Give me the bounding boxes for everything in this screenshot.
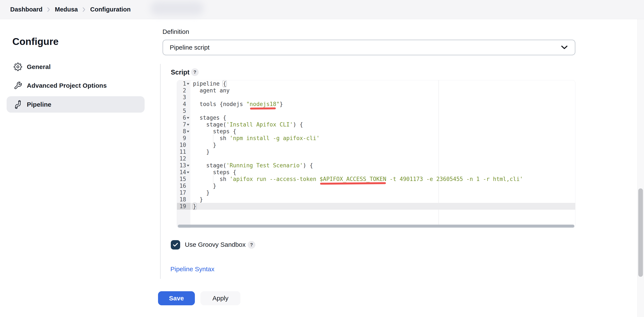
- string-token: 'Install Apifox CLI': [226, 121, 293, 128]
- code-line-text: stage('Running Test Scenario') {: [190, 162, 575, 169]
- breadcrumb: DashboardMedusaConfiguration: [10, 0, 131, 19]
- code-token: tools {nodejs: [193, 101, 246, 107]
- code-line[interactable]: 13 stage('Running Test Scenario') {: [177, 162, 575, 169]
- code-line[interactable]: 19}: [177, 203, 575, 210]
- fold-caret-icon[interactable]: [187, 83, 189, 85]
- sidebar-item-label: Pipeline: [27, 101, 51, 108]
- gutter-line-number: 3: [177, 94, 190, 101]
- checkmark-icon: [172, 242, 178, 248]
- code-line-text: }: [190, 203, 575, 210]
- breadcrumb-item[interactable]: Medusa: [55, 6, 78, 13]
- gutter-line-number: 10: [177, 142, 190, 148]
- code-line-text: }: [190, 142, 575, 148]
- code-line[interactable]: 15 sh 'apifox run --access-token $APIFOX…: [177, 176, 575, 182]
- sidebar-item-advanced-project-options[interactable]: Advanced Project Options: [6, 77, 144, 94]
- code-line[interactable]: 14 steps {: [177, 169, 575, 176]
- save-button[interactable]: Save: [158, 291, 195, 305]
- code-token: }: [193, 190, 210, 196]
- breadcrumb-chevron-icon: [46, 6, 51, 13]
- code-line-text: [190, 108, 575, 114]
- code-line-text: }: [190, 196, 575, 203]
- pipeline-syntax-link[interactable]: Pipeline Syntax: [170, 266, 214, 273]
- gutter-line-number: 6: [177, 114, 190, 121]
- editor-horizontal-scrollbar[interactable]: [178, 224, 574, 228]
- sandbox-help-button[interactable]: ?: [248, 241, 255, 249]
- code-token: sh: [193, 176, 230, 182]
- fold-caret-icon[interactable]: [187, 124, 189, 126]
- code-line-text: steps {: [190, 128, 575, 135]
- code-line[interactable]: 5: [177, 108, 575, 114]
- code-line[interactable]: 3: [177, 94, 575, 101]
- groovy-sandbox-checkbox[interactable]: [171, 240, 180, 250]
- code-line[interactable]: 4 tools {nodejs "nodejs18"}: [177, 101, 575, 108]
- page-title: Configure: [12, 36, 58, 47]
- code-line-text: stage('Install Apifox CLI') {: [190, 121, 575, 128]
- fold-caret-icon[interactable]: [187, 165, 189, 166]
- code-line[interactable]: 2 agent any: [177, 87, 575, 94]
- gutter-line-number: 7: [177, 121, 190, 128]
- code-token: ) {: [293, 121, 303, 128]
- code-token: pipeline: [193, 80, 223, 87]
- indent-guide: [213, 176, 214, 189]
- code-line[interactable]: 8 steps {: [177, 128, 575, 135]
- code-line-text: [190, 155, 575, 162]
- code-rows: 1pipeline {2 agent any34 tools {nodejs "…: [177, 80, 575, 228]
- definition-label: Definition: [162, 28, 189, 35]
- code-line[interactable]: 9 sh 'npm install -g apifox-cli': [177, 135, 575, 142]
- annotated-token: $APIFOX_ACCESS_TOKEN: [320, 176, 386, 182]
- gutter-line-number: 9: [177, 135, 190, 142]
- blurred-header-item: [150, 1, 204, 15]
- code-line-text: sh 'apifox run --access-token $APIFOX_AC…: [190, 176, 575, 182]
- string-token: -t 4901173 -e 23605455 -n 1 -r html,cli': [386, 176, 523, 182]
- definition-select[interactable]: Pipeline script: [162, 40, 576, 55]
- sidebar-item-label: General: [27, 63, 51, 70]
- code-line[interactable]: 10 }: [177, 142, 575, 148]
- code-token: sh: [193, 135, 230, 141]
- code-token: agent any: [193, 87, 230, 94]
- code-token: steps {: [193, 128, 236, 134]
- code-token: stage(: [193, 162, 226, 168]
- breadcrumb-item[interactable]: Configuration: [90, 6, 130, 13]
- code-token: stage(: [193, 121, 226, 128]
- fold-caret-icon[interactable]: [187, 131, 189, 132]
- page-scrollbar-thumb[interactable]: [638, 188, 643, 277]
- code-line[interactable]: 6 stages {: [177, 114, 575, 121]
- top-header: DashboardMedusaConfiguration: [0, 0, 644, 19]
- breadcrumb-item[interactable]: Dashboard: [10, 6, 42, 13]
- gutter-line-number: 17: [177, 189, 190, 196]
- code-line[interactable]: 12: [177, 155, 575, 162]
- sidebar-item-label: Advanced Project Options: [27, 82, 107, 89]
- pipeline-icon: [14, 100, 22, 109]
- page-scrollbar-track: [638, 19, 644, 317]
- code-line-text: pipeline {: [190, 80, 575, 87]
- gutter-line-number: 18: [177, 196, 190, 203]
- section-divider: [160, 64, 160, 279]
- code-line[interactable]: 11 }: [177, 148, 575, 155]
- sidebar-item-general[interactable]: General: [6, 58, 144, 75]
- chevron-down-icon: [561, 45, 568, 50]
- code-token: }: [193, 148, 210, 155]
- gutter-line-number: 11: [177, 148, 190, 155]
- wrench-icon: [14, 81, 22, 90]
- fold-caret-icon[interactable]: [187, 117, 189, 119]
- code-line[interactable]: 18 }: [177, 196, 575, 203]
- code-line[interactable]: 17 }: [177, 189, 575, 196]
- gutter-line-number: 5: [177, 108, 190, 114]
- string-token: 'apifox run --access-token: [230, 176, 320, 182]
- code-line-text: stages {: [190, 114, 575, 121]
- code-line[interactable]: 7 stage('Install Apifox CLI') {: [177, 121, 575, 128]
- code-line[interactable]: 1pipeline {: [177, 80, 575, 87]
- gutter-line-number: 2: [177, 87, 190, 94]
- fold-caret-icon[interactable]: [187, 172, 189, 173]
- script-help-button[interactable]: ?: [191, 68, 199, 76]
- gutter-line-number: 13: [177, 162, 190, 169]
- code-token: }: [193, 203, 196, 210]
- gear-icon: [14, 62, 22, 71]
- gutter-line-number: 14: [177, 169, 190, 176]
- script-editor[interactable]: 1pipeline {2 agent any34 tools {nodejs "…: [177, 80, 576, 228]
- sidebar-item-pipeline[interactable]: Pipeline: [6, 96, 144, 112]
- code-token: }: [193, 196, 203, 203]
- groovy-sandbox-label: Use Groovy Sandbox: [185, 241, 246, 248]
- apply-button[interactable]: Apply: [200, 291, 240, 305]
- code-line-text: steps {: [190, 169, 575, 176]
